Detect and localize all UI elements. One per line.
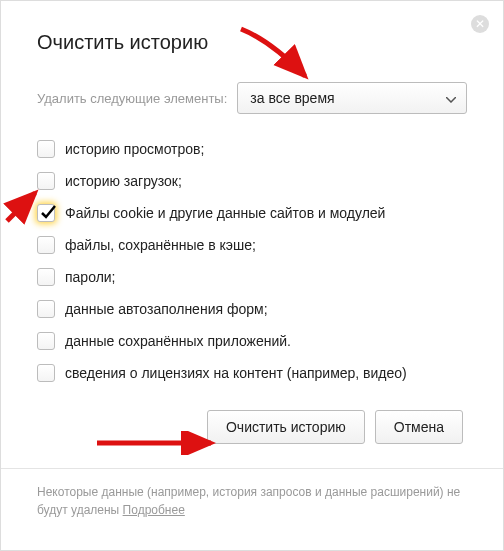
time-range-value: за все время: [250, 90, 334, 106]
option-download-history[interactable]: историю загрузок;: [37, 172, 467, 190]
checkmark-icon: [39, 204, 57, 222]
option-label: файлы, сохранённые в кэше;: [65, 237, 256, 253]
chevron-down-icon: [446, 90, 456, 106]
time-range-label: Удалить следующие элементы:: [37, 91, 227, 106]
button-label: Отмена: [394, 419, 444, 435]
divider: [1, 468, 503, 469]
checkbox[interactable]: [37, 236, 55, 254]
option-label: сведения о лицензиях на контент (наприме…: [65, 365, 407, 381]
option-app-data[interactable]: данные сохранённых приложений.: [37, 332, 467, 350]
clear-history-dialog: ✕ Очистить историю Удалить следующие эле…: [1, 1, 503, 539]
option-label: данные сохранённых приложений.: [65, 333, 291, 349]
option-content-licenses[interactable]: сведения о лицензиях на контент (наприме…: [37, 364, 467, 382]
checkbox[interactable]: [37, 268, 55, 286]
button-label: Очистить историю: [226, 419, 346, 435]
option-autofill[interactable]: данные автозаполнения форм;: [37, 300, 467, 318]
option-passwords[interactable]: пароли;: [37, 268, 467, 286]
checkbox[interactable]: [37, 332, 55, 350]
time-range-dropdown[interactable]: за все время: [237, 82, 467, 114]
option-label: данные автозаполнения форм;: [65, 301, 268, 317]
close-icon: ✕: [475, 17, 485, 31]
option-label: историю просмотров;: [65, 141, 204, 157]
button-row: Очистить историю Отмена: [37, 410, 467, 444]
clear-history-button[interactable]: Очистить историю: [207, 410, 365, 444]
option-cached-files[interactable]: файлы, сохранённые в кэше;: [37, 236, 467, 254]
close-button[interactable]: ✕: [471, 15, 489, 33]
checkbox[interactable]: [37, 140, 55, 158]
checkbox[interactable]: [37, 300, 55, 318]
time-range-row: Удалить следующие элементы: за все время: [37, 82, 467, 114]
footer-text: Некоторые данные (например, история запр…: [37, 485, 460, 517]
cancel-button[interactable]: Отмена: [375, 410, 463, 444]
option-browsing-history[interactable]: историю просмотров;: [37, 140, 467, 158]
option-label: Файлы cookie и другие данные сайтов и мо…: [65, 205, 385, 221]
options-list: историю просмотров; историю загрузок; Фа…: [37, 140, 467, 382]
option-cookies[interactable]: Файлы cookie и другие данные сайтов и мо…: [37, 204, 467, 222]
footer-note: Некоторые данные (например, история запр…: [37, 483, 467, 519]
checkbox[interactable]: [37, 172, 55, 190]
checkbox[interactable]: [37, 364, 55, 382]
dialog-title: Очистить историю: [37, 31, 467, 54]
details-link[interactable]: Подробнее: [123, 503, 185, 517]
checkbox[interactable]: [37, 204, 55, 222]
option-label: пароли;: [65, 269, 116, 285]
option-label: историю загрузок;: [65, 173, 182, 189]
